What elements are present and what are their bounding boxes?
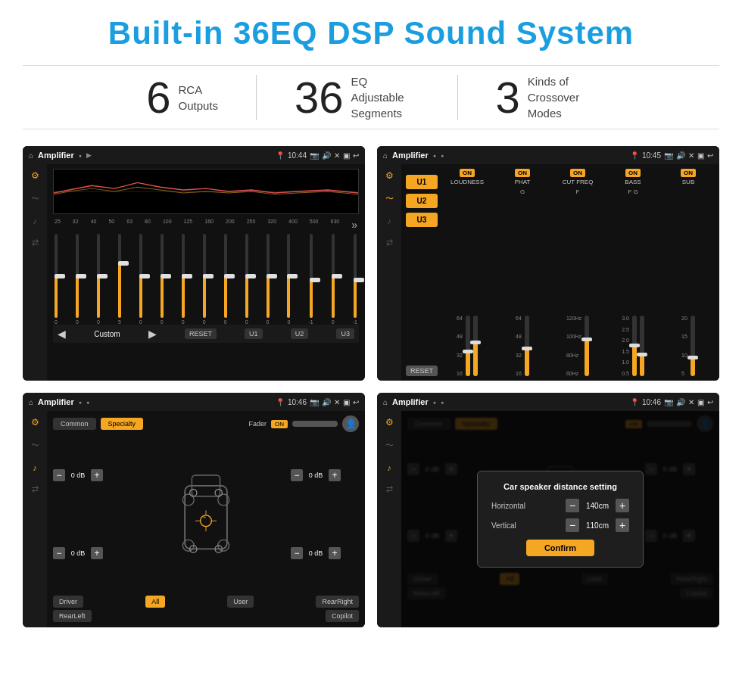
camera2-icon[interactable]: 📷 [664, 151, 673, 160]
copilot-btn[interactable]: Copilot [326, 610, 359, 622]
eq-slider-13[interactable]: -1 [308, 234, 313, 325]
volume4-icon[interactable]: 🔊 [676, 398, 685, 406]
close-icon[interactable]: ✕ [334, 151, 340, 160]
horizontal-plus-btn[interactable]: + [616, 499, 629, 512]
loudness-slider2[interactable] [473, 316, 478, 376]
camera3-icon[interactable]: 📷 [310, 398, 319, 406]
fr-minus[interactable]: − [291, 469, 303, 481]
rl-minus[interactable]: − [53, 547, 65, 559]
arrows4-icon[interactable]: ⇄ [386, 484, 393, 494]
eq-slider-7[interactable]: 0 [182, 234, 185, 325]
u3-btn[interactable]: U3 [406, 213, 438, 227]
loudness-slider[interactable] [466, 316, 470, 376]
home-icon[interactable]: ⌂ [29, 151, 33, 160]
window3-icon[interactable]: ▣ [343, 398, 350, 406]
back3-icon[interactable]: ↩ [353, 398, 359, 406]
bass-slider1[interactable] [632, 316, 637, 376]
eq-slider-3[interactable]: 0 [97, 234, 100, 325]
driver-btn[interactable]: Driver [53, 596, 83, 608]
arrows3-icon[interactable]: ⇄ [32, 484, 39, 494]
eq-slider-12[interactable]: 0 [287, 234, 290, 325]
camera4-icon[interactable]: 📷 [664, 398, 673, 406]
horizontal-minus-btn[interactable]: − [566, 499, 579, 512]
loudness-on[interactable]: ON [460, 169, 475, 177]
cutfreq-slider[interactable] [585, 316, 589, 376]
eq-slider-6[interactable]: 0 [161, 234, 164, 325]
sub-on[interactable]: ON [681, 169, 696, 177]
eq2-icon[interactable]: ⚙ [385, 170, 394, 181]
home-icon-2[interactable]: ⌂ [383, 151, 388, 160]
rearleft-btn[interactable]: RearLeft [53, 610, 92, 622]
play-icon[interactable]: ▶ [86, 151, 92, 159]
rl-plus[interactable]: + [91, 547, 103, 559]
speaker2-icon[interactable]: ♪ [387, 216, 391, 226]
eq-slider-1[interactable]: 0 [55, 234, 58, 325]
eq-u2-btn[interactable]: U2 [291, 328, 309, 339]
profile-icon-3[interactable]: 👤 [342, 415, 359, 432]
tab-common-3[interactable]: Common [53, 418, 96, 430]
eq-u3-btn[interactable]: U3 [336, 328, 354, 339]
vertical-plus-btn[interactable]: + [616, 518, 629, 532]
rr-plus[interactable]: + [329, 547, 341, 559]
eq-slider-15[interactable]: -1 [353, 234, 357, 325]
bass-on[interactable]: ON [625, 169, 641, 177]
cutfreq-on[interactable]: ON [570, 169, 585, 177]
eq-prev-btn[interactable]: ◀ [58, 328, 66, 340]
phat-slider[interactable] [525, 316, 529, 376]
close4-icon[interactable]: ✕ [688, 398, 694, 406]
fader-on[interactable]: ON [271, 420, 288, 428]
fader-slider[interactable] [292, 421, 338, 427]
tab-specialty-3[interactable]: Specialty [101, 418, 144, 430]
volume3-icon[interactable]: 🔊 [322, 398, 331, 406]
window2-icon[interactable]: ▣ [697, 151, 704, 160]
back2-icon[interactable]: ↩ [707, 151, 713, 160]
speaker4-icon[interactable]: ♪ [387, 463, 391, 472]
confirm-button[interactable]: Confirm [526, 540, 594, 556]
window-icon[interactable]: ▣ [343, 151, 350, 160]
crossover-reset-btn[interactable]: RESET [406, 366, 438, 376]
eq-slider-14[interactable]: 0 [332, 234, 335, 325]
bass-slider2[interactable] [640, 316, 644, 376]
eq-slider-9[interactable]: 0 [224, 234, 227, 325]
wave3-icon[interactable]: 〜 [31, 440, 39, 451]
eq-reset-btn[interactable]: RESET [185, 328, 217, 339]
eq-next-btn[interactable]: ▶ [148, 328, 157, 340]
speaker3-icon[interactable]: ♪ [33, 463, 37, 472]
sub-slider[interactable] [691, 316, 695, 376]
rr-minus[interactable]: − [291, 547, 303, 559]
eq-slider-5[interactable]: 0 [139, 234, 142, 325]
home3-icon[interactable]: ⌂ [29, 398, 33, 406]
eq-slider-10[interactable]: 0 [245, 234, 248, 325]
wave-icon[interactable]: 〜 [31, 193, 39, 204]
wave2-icon[interactable]: 〜 [385, 193, 394, 204]
more-icon[interactable]: » [351, 219, 357, 231]
u1-btn[interactable]: U1 [406, 175, 438, 189]
eq4-icon[interactable]: ⚙ [385, 417, 394, 428]
volume2-icon[interactable]: 🔊 [676, 151, 685, 160]
wave4-icon[interactable]: 〜 [385, 440, 394, 451]
eq-icon-active[interactable]: ⚙ [31, 170, 39, 181]
rearright-btn[interactable]: RearRight [316, 596, 359, 608]
user-btn[interactable]: User [227, 596, 254, 608]
eq-slider-11[interactable]: 0 [267, 234, 270, 325]
window4-icon[interactable]: ▣ [697, 398, 704, 406]
u2-btn[interactable]: U2 [406, 194, 438, 208]
fl-plus[interactable]: + [91, 469, 103, 481]
back4-icon[interactable]: ↩ [707, 398, 713, 406]
volume-icon[interactable]: 🔊 [322, 151, 331, 160]
eq-slider-2[interactable]: 0 [76, 234, 79, 325]
home4-icon[interactable]: ⌂ [383, 398, 388, 406]
all-btn[interactable]: All [145, 596, 165, 608]
speaker-sidebar-icon[interactable]: ♪ [33, 216, 37, 226]
eq-slider-4[interactable]: 5 [118, 234, 121, 325]
arrows-icon[interactable]: ⇄ [32, 238, 39, 247]
eq3-icon[interactable]: ⚙ [31, 417, 39, 428]
eq-u1-btn[interactable]: U1 [245, 328, 263, 339]
fr-plus[interactable]: + [329, 469, 341, 481]
close3-icon[interactable]: ✕ [334, 398, 340, 406]
close2-icon[interactable]: ✕ [688, 151, 694, 160]
eq-slider-8[interactable]: 0 [203, 234, 206, 325]
phat-on[interactable]: ON [515, 169, 530, 177]
camera-icon[interactable]: 📷 [310, 151, 319, 160]
fl-minus[interactable]: − [53, 469, 65, 481]
